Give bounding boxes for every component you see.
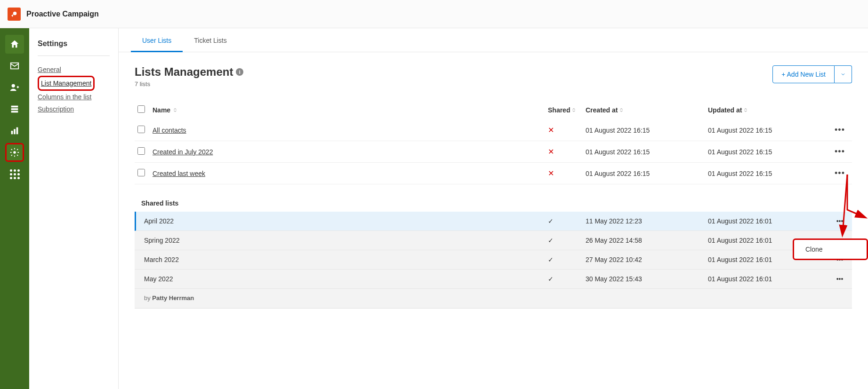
created-cell: 01 August 2022 16:15	[586, 170, 708, 177]
nav-mail[interactable]	[5, 56, 24, 75]
table-row[interactable]: April 2022 ✓ 11 May 2022 12:23 01 August…	[135, 212, 852, 231]
row-actions[interactable]: •••	[835, 147, 845, 156]
svg-rect-2	[11, 106, 18, 108]
table-row[interactable]: Spring 2022 ✓ 26 May 2022 14:58 01 Augus…	[135, 231, 852, 250]
row-actions[interactable]: •••	[835, 125, 845, 135]
row-actions[interactable]: •••	[836, 217, 844, 225]
list-name: May 2022	[144, 275, 548, 283]
nav-home[interactable]	[5, 35, 24, 54]
table-row[interactable]: March 2022 ✓ 27 May 2022 10:42 01 August…	[135, 250, 852, 270]
page-title: Lists Management i	[135, 65, 243, 79]
list-name: April 2022	[144, 217, 548, 225]
byline: by Patty Herrman	[135, 289, 852, 302]
shared-yes-icon: ✓	[548, 256, 554, 263]
created-cell: 11 May 2022 12:23	[586, 217, 708, 225]
list-link[interactable]: All contacts	[153, 127, 186, 134]
list-link[interactable]: Created last week	[153, 170, 205, 177]
tab-ticket-lists[interactable]: Ticket Lists	[183, 28, 238, 52]
svg-rect-5	[11, 131, 13, 134]
nav-apps[interactable]	[5, 165, 24, 183]
tab-user-lists[interactable]: User Lists	[131, 28, 183, 52]
table-row[interactable]: All contacts ✕ 01 August 2022 16:15 01 A…	[135, 119, 852, 141]
sidebar-item-columns[interactable]: Columns in the list	[38, 91, 110, 103]
list-name: Spring 2022	[144, 237, 548, 244]
column-created[interactable]: Created at	[586, 106, 708, 114]
select-all-checkbox[interactable]	[137, 105, 145, 113]
shared-lists-title: Shared lists	[141, 199, 852, 207]
app-logo	[8, 8, 21, 21]
row-checkbox[interactable]	[137, 147, 145, 155]
svg-point-0	[13, 11, 17, 15]
shared-yes-icon: ✓	[548, 237, 554, 244]
svg-point-1	[12, 84, 15, 87]
sidebar-heading: Settings	[38, 40, 110, 48]
nav-reports[interactable]	[5, 121, 24, 140]
column-name[interactable]: Name	[153, 106, 548, 114]
shared-yes-icon: ✓	[548, 275, 554, 283]
shared-no-icon: ✕	[548, 169, 554, 178]
created-cell: 26 May 2022 14:58	[586, 237, 708, 244]
row-checkbox[interactable]	[137, 126, 145, 133]
nav-lists[interactable]	[5, 100, 24, 119]
svg-rect-6	[14, 129, 16, 134]
add-new-list-button[interactable]: + Add New List	[772, 65, 835, 83]
shared-no-icon: ✕	[548, 126, 554, 135]
updated-cell: 01 August 2022 16:15	[708, 127, 830, 134]
sidebar-item-subscription[interactable]: Subscription	[38, 103, 110, 115]
menu-item-clone[interactable]: Clone	[805, 246, 823, 253]
created-cell: 27 May 2022 10:42	[586, 256, 708, 263]
row-checkbox[interactable]	[137, 169, 145, 176]
list-name: March 2022	[144, 256, 548, 263]
table-row[interactable]: May 2022 ✓ 30 May 2022 15:43 01 August 2…	[135, 270, 852, 289]
nav-users[interactable]	[5, 78, 24, 97]
created-cell: 01 August 2022 16:15	[586, 127, 708, 134]
context-menu[interactable]: Clone	[793, 238, 868, 260]
shared-no-icon: ✕	[548, 147, 554, 156]
sidebar-item-list-management[interactable]: List Management	[41, 77, 91, 89]
row-actions[interactable]: •••	[836, 275, 844, 283]
list-count: 7 lists	[135, 80, 243, 87]
created-cell: 30 May 2022 15:43	[586, 275, 708, 283]
column-updated[interactable]: Updated at	[708, 106, 830, 114]
updated-cell: 01 August 2022 16:01	[708, 217, 830, 225]
info-icon[interactable]: i	[236, 68, 243, 76]
created-cell: 01 August 2022 16:15	[586, 148, 708, 156]
svg-point-8	[13, 151, 16, 154]
sort-icon	[743, 107, 748, 113]
row-actions[interactable]: •••	[835, 168, 845, 178]
add-new-list-dropdown[interactable]	[835, 65, 852, 83]
shared-yes-icon: ✓	[548, 217, 554, 225]
updated-cell: 01 August 2022 16:01	[708, 275, 830, 283]
nav-settings[interactable]	[5, 143, 24, 162]
sidebar-item-general[interactable]: General	[38, 64, 110, 76]
sort-icon	[172, 107, 178, 113]
updated-cell: 01 August 2022 16:15	[708, 170, 830, 177]
updated-cell: 01 August 2022 16:15	[708, 148, 830, 156]
table-row[interactable]: Created last week ✕ 01 August 2022 16:15…	[135, 163, 852, 184]
table-row[interactable]: Created in July 2022 ✕ 01 August 2022 16…	[135, 141, 852, 163]
svg-rect-7	[16, 127, 18, 135]
sort-icon	[571, 107, 577, 113]
list-link[interactable]: Created in July 2022	[153, 148, 213, 156]
app-title: Proactive Campaign	[26, 10, 99, 18]
svg-rect-3	[11, 108, 18, 110]
sort-icon	[619, 107, 624, 113]
column-shared[interactable]: Shared	[548, 106, 586, 114]
svg-rect-4	[11, 111, 18, 113]
